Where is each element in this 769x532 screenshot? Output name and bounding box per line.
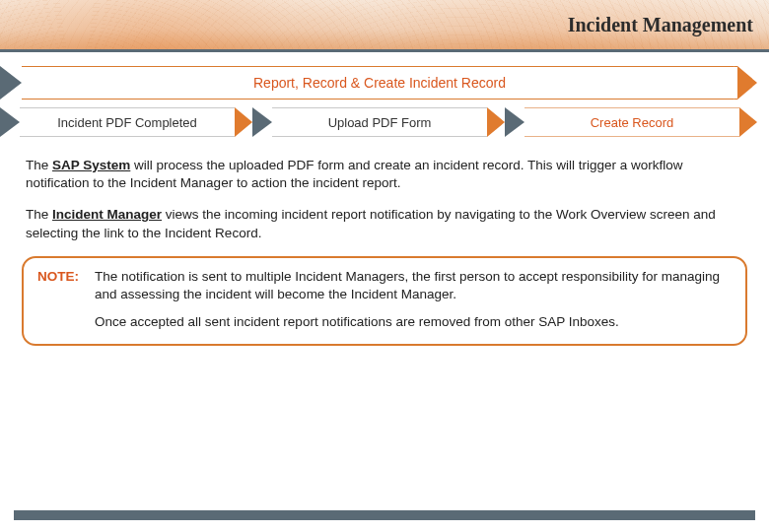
banner-head-arrow: [737, 66, 757, 100]
step-tail-chevron: [252, 107, 272, 137]
paragraph-1: The SAP System will process the uploaded…: [26, 157, 743, 192]
step-tail-chevron: [0, 107, 20, 137]
step-head-arrow: [487, 107, 505, 137]
banner-tail-chevron: [0, 66, 22, 100]
body-content: The SAP System will process the uploaded…: [0, 157, 769, 242]
note-row-1: NOTE: The notification is sent to multip…: [37, 268, 732, 303]
banner-label: Report, Record & Create Incident Record: [253, 75, 506, 91]
steps-row: Incident PDF Completed Upload PDF Form C…: [0, 107, 757, 137]
note-label: NOTE:: [37, 268, 95, 303]
step-2: Upload PDF Form: [252, 107, 505, 137]
note-line-1: The notification is sent to multiple Inc…: [95, 268, 732, 303]
p2-text-a: The: [26, 207, 52, 222]
paragraph-2: The Incident Manager views the incoming …: [26, 206, 743, 241]
step-head-arrow: [739, 107, 757, 137]
step-3-label: Create Record: [524, 107, 739, 137]
step-3: Create Record: [505, 107, 757, 137]
banner-body: Report, Record & Create Incident Record: [22, 66, 737, 100]
step-1: Incident PDF Completed: [0, 107, 252, 137]
header-underline: [0, 49, 769, 52]
page-title: Incident Management: [568, 14, 753, 36]
header-banner: Incident Management: [0, 0, 769, 49]
process-banner: Report, Record & Create Incident Record: [0, 66, 757, 100]
p2-bold: Incident Manager: [52, 207, 162, 222]
footer-bar: [14, 510, 755, 520]
step-head-arrow: [235, 107, 252, 137]
step-tail-chevron: [505, 107, 524, 137]
p1-bold: SAP System: [52, 158, 130, 172]
note-line-2: Once accepted all sent incident report n…: [95, 313, 732, 331]
step-1-label: Incident PDF Completed: [20, 107, 235, 137]
note-box: NOTE: The notification is sent to multip…: [22, 256, 747, 346]
p1-text-a: The: [26, 158, 52, 172]
step-2-label: Upload PDF Form: [272, 107, 487, 137]
